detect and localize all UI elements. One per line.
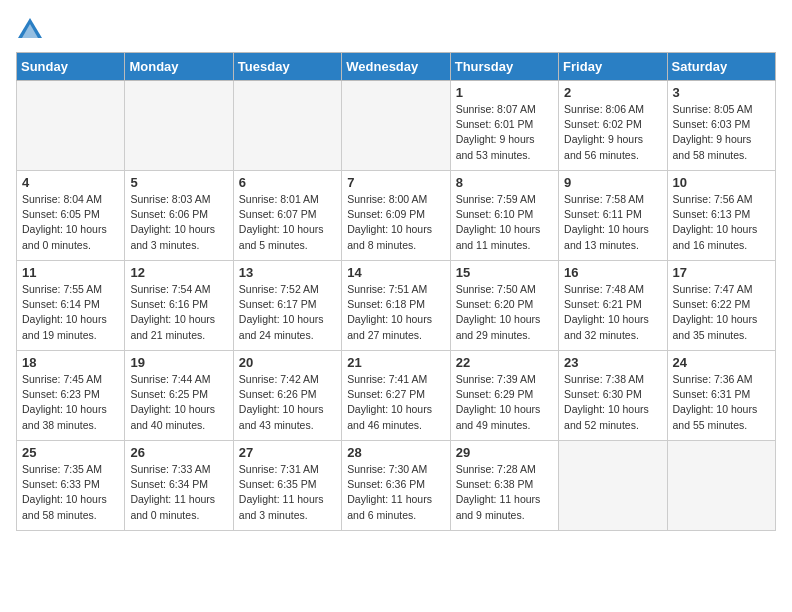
sunrise-text: Sunrise: 8:00 AM — [347, 192, 444, 207]
sunset-text: Sunset: 6:21 PM — [564, 297, 661, 312]
calendar-cell: 18Sunrise: 7:45 AMSunset: 6:23 PMDayligh… — [17, 351, 125, 441]
day-number: 1 — [456, 85, 553, 100]
calendar-cell: 17Sunrise: 7:47 AMSunset: 6:22 PMDayligh… — [667, 261, 775, 351]
day-detail: Sunrise: 8:01 AMSunset: 6:07 PMDaylight:… — [239, 192, 336, 253]
day-number: 18 — [22, 355, 119, 370]
day-detail: Sunrise: 7:41 AMSunset: 6:27 PMDaylight:… — [347, 372, 444, 433]
daylight-text: Daylight: 10 hours and 55 minutes. — [673, 402, 770, 432]
day-detail: Sunrise: 7:38 AMSunset: 6:30 PMDaylight:… — [564, 372, 661, 433]
day-detail: Sunrise: 7:55 AMSunset: 6:14 PMDaylight:… — [22, 282, 119, 343]
day-detail: Sunrise: 8:06 AMSunset: 6:02 PMDaylight:… — [564, 102, 661, 163]
daylight-text: Daylight: 10 hours and 58 minutes. — [22, 492, 119, 522]
sunset-text: Sunset: 6:14 PM — [22, 297, 119, 312]
daylight-text: Daylight: 10 hours and 35 minutes. — [673, 312, 770, 342]
day-detail: Sunrise: 7:59 AMSunset: 6:10 PMDaylight:… — [456, 192, 553, 253]
sunrise-text: Sunrise: 7:58 AM — [564, 192, 661, 207]
day-detail: Sunrise: 7:54 AMSunset: 6:16 PMDaylight:… — [130, 282, 227, 343]
calendar-cell: 4Sunrise: 8:04 AMSunset: 6:05 PMDaylight… — [17, 171, 125, 261]
daylight-text: Daylight: 11 hours and 9 minutes. — [456, 492, 553, 522]
sunrise-text: Sunrise: 7:35 AM — [22, 462, 119, 477]
daylight-text: Daylight: 10 hours and 27 minutes. — [347, 312, 444, 342]
day-detail: Sunrise: 7:36 AMSunset: 6:31 PMDaylight:… — [673, 372, 770, 433]
day-number: 14 — [347, 265, 444, 280]
day-number: 22 — [456, 355, 553, 370]
sunset-text: Sunset: 6:13 PM — [673, 207, 770, 222]
daylight-text: Daylight: 11 hours and 6 minutes. — [347, 492, 444, 522]
sunrise-text: Sunrise: 8:06 AM — [564, 102, 661, 117]
calendar-cell: 22Sunrise: 7:39 AMSunset: 6:29 PMDayligh… — [450, 351, 558, 441]
daylight-text: Daylight: 10 hours and 24 minutes. — [239, 312, 336, 342]
day-number: 24 — [673, 355, 770, 370]
day-number: 12 — [130, 265, 227, 280]
calendar-cell: 7Sunrise: 8:00 AMSunset: 6:09 PMDaylight… — [342, 171, 450, 261]
daylight-text: Daylight: 10 hours and 16 minutes. — [673, 222, 770, 252]
day-number: 19 — [130, 355, 227, 370]
daylight-text: Daylight: 10 hours and 49 minutes. — [456, 402, 553, 432]
calendar-cell: 16Sunrise: 7:48 AMSunset: 6:21 PMDayligh… — [559, 261, 667, 351]
day-detail: Sunrise: 7:56 AMSunset: 6:13 PMDaylight:… — [673, 192, 770, 253]
calendar-cell — [233, 81, 341, 171]
day-number: 10 — [673, 175, 770, 190]
weekday-header-saturday: Saturday — [667, 53, 775, 81]
calendar-cell — [17, 81, 125, 171]
calendar-cell: 10Sunrise: 7:56 AMSunset: 6:13 PMDayligh… — [667, 171, 775, 261]
day-number: 8 — [456, 175, 553, 190]
day-detail: Sunrise: 8:03 AMSunset: 6:06 PMDaylight:… — [130, 192, 227, 253]
daylight-text: Daylight: 10 hours and 0 minutes. — [22, 222, 119, 252]
sunrise-text: Sunrise: 7:31 AM — [239, 462, 336, 477]
sunrise-text: Sunrise: 7:36 AM — [673, 372, 770, 387]
sunset-text: Sunset: 6:38 PM — [456, 477, 553, 492]
sunrise-text: Sunrise: 8:07 AM — [456, 102, 553, 117]
daylight-text: Daylight: 11 hours and 0 minutes. — [130, 492, 227, 522]
sunset-text: Sunset: 6:06 PM — [130, 207, 227, 222]
day-number: 20 — [239, 355, 336, 370]
sunrise-text: Sunrise: 8:01 AM — [239, 192, 336, 207]
sunset-text: Sunset: 6:01 PM — [456, 117, 553, 132]
day-detail: Sunrise: 8:00 AMSunset: 6:09 PMDaylight:… — [347, 192, 444, 253]
day-detail: Sunrise: 7:52 AMSunset: 6:17 PMDaylight:… — [239, 282, 336, 343]
calendar-week-3: 11Sunrise: 7:55 AMSunset: 6:14 PMDayligh… — [17, 261, 776, 351]
calendar-cell: 21Sunrise: 7:41 AMSunset: 6:27 PMDayligh… — [342, 351, 450, 441]
daylight-text: Daylight: 9 hours and 53 minutes. — [456, 132, 553, 162]
daylight-text: Daylight: 10 hours and 46 minutes. — [347, 402, 444, 432]
day-detail: Sunrise: 7:51 AMSunset: 6:18 PMDaylight:… — [347, 282, 444, 343]
calendar-cell: 2Sunrise: 8:06 AMSunset: 6:02 PMDaylight… — [559, 81, 667, 171]
day-number: 21 — [347, 355, 444, 370]
calendar-cell: 28Sunrise: 7:30 AMSunset: 6:36 PMDayligh… — [342, 441, 450, 531]
day-number: 4 — [22, 175, 119, 190]
sunset-text: Sunset: 6:27 PM — [347, 387, 444, 402]
sunset-text: Sunset: 6:20 PM — [456, 297, 553, 312]
sunrise-text: Sunrise: 7:54 AM — [130, 282, 227, 297]
sunrise-text: Sunrise: 7:59 AM — [456, 192, 553, 207]
calendar-cell: 24Sunrise: 7:36 AMSunset: 6:31 PMDayligh… — [667, 351, 775, 441]
page-header — [16, 16, 776, 44]
day-number: 13 — [239, 265, 336, 280]
calendar-cell: 9Sunrise: 7:58 AMSunset: 6:11 PMDaylight… — [559, 171, 667, 261]
day-detail: Sunrise: 7:28 AMSunset: 6:38 PMDaylight:… — [456, 462, 553, 523]
sunrise-text: Sunrise: 7:28 AM — [456, 462, 553, 477]
sunset-text: Sunset: 6:07 PM — [239, 207, 336, 222]
day-detail: Sunrise: 7:45 AMSunset: 6:23 PMDaylight:… — [22, 372, 119, 433]
day-detail: Sunrise: 7:31 AMSunset: 6:35 PMDaylight:… — [239, 462, 336, 523]
calendar-header-row: SundayMondayTuesdayWednesdayThursdayFrid… — [17, 53, 776, 81]
sunset-text: Sunset: 6:33 PM — [22, 477, 119, 492]
daylight-text: Daylight: 9 hours and 58 minutes. — [673, 132, 770, 162]
daylight-text: Daylight: 10 hours and 43 minutes. — [239, 402, 336, 432]
logo — [16, 16, 46, 44]
sunrise-text: Sunrise: 7:41 AM — [347, 372, 444, 387]
daylight-text: Daylight: 10 hours and 21 minutes. — [130, 312, 227, 342]
sunset-text: Sunset: 6:26 PM — [239, 387, 336, 402]
calendar-week-4: 18Sunrise: 7:45 AMSunset: 6:23 PMDayligh… — [17, 351, 776, 441]
sunset-text: Sunset: 6:36 PM — [347, 477, 444, 492]
sunset-text: Sunset: 6:34 PM — [130, 477, 227, 492]
sunrise-text: Sunrise: 7:45 AM — [22, 372, 119, 387]
daylight-text: Daylight: 10 hours and 40 minutes. — [130, 402, 227, 432]
sunset-text: Sunset: 6:16 PM — [130, 297, 227, 312]
daylight-text: Daylight: 10 hours and 52 minutes. — [564, 402, 661, 432]
calendar-cell — [559, 441, 667, 531]
day-number: 26 — [130, 445, 227, 460]
sunset-text: Sunset: 6:30 PM — [564, 387, 661, 402]
day-detail: Sunrise: 7:33 AMSunset: 6:34 PMDaylight:… — [130, 462, 227, 523]
sunrise-text: Sunrise: 8:05 AM — [673, 102, 770, 117]
sunrise-text: Sunrise: 7:38 AM — [564, 372, 661, 387]
